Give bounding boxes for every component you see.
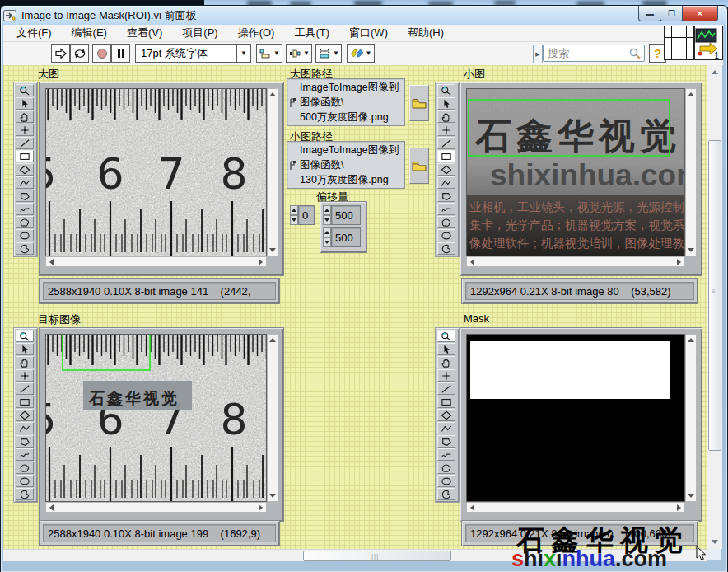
tool-freehand-line-button[interactable] <box>16 203 34 215</box>
distribute-objects-button[interactable]: ▼ <box>286 44 312 63</box>
tool-polygon-button[interactable] <box>437 435 455 448</box>
small-image-vscrollbar[interactable] <box>685 88 697 256</box>
big-path-browse-button[interactable] <box>409 85 429 121</box>
tool-line-button[interactable] <box>16 382 34 395</box>
tool-zoom-button[interactable] <box>437 330 455 342</box>
menu-view[interactable]: 查看(V) <box>127 26 162 40</box>
tool-rotated-rectangle-button[interactable] <box>16 163 34 176</box>
tool-zoom-button[interactable] <box>16 330 34 342</box>
tool-rotated-rectangle-button[interactable] <box>437 163 455 176</box>
tool-oval-button[interactable] <box>437 475 455 487</box>
tool-point-button[interactable] <box>437 369 455 382</box>
maximize-button[interactable]: ❐ <box>660 6 684 21</box>
offset-index-value[interactable]: 0 <box>298 205 315 225</box>
index-spinner[interactable] <box>290 205 298 225</box>
tool-rectangle-button[interactable] <box>16 150 34 162</box>
tool-oval-button[interactable] <box>437 229 455 241</box>
tool-pan-button[interactable] <box>437 356 455 368</box>
menu-tools[interactable]: 工具(T) <box>294 26 329 40</box>
tool-line-button[interactable] <box>437 382 455 395</box>
tool-polyline-button[interactable] <box>437 176 455 189</box>
tool-rotated-rectangle-button[interactable] <box>16 409 34 421</box>
mask-image-hscrollbar[interactable] <box>466 502 685 513</box>
search-input[interactable]: 搜索 <box>543 45 645 62</box>
close-button[interactable]: ✕ <box>682 6 718 21</box>
small-path-browse-button[interactable] <box>409 148 429 184</box>
offset-y-spinner[interactable] <box>323 227 331 247</box>
scroll-down-icon[interactable] <box>688 494 694 498</box>
big-image-hscrollbar[interactable] <box>45 256 267 267</box>
target-image-hscrollbar[interactable] <box>45 502 267 513</box>
small-image-canvas[interactable]: 石鑫华视觉 shixinhua.com 业相机，工业镜头，视觉光源，光源控制 集… <box>466 88 685 256</box>
tool-freehand-line-button[interactable] <box>437 203 455 215</box>
tool-annulus-button[interactable] <box>437 488 455 500</box>
offset-y-control[interactable]: 500 <box>323 227 361 247</box>
scroll-left-icon[interactable] <box>470 259 474 265</box>
tool-zoom-button[interactable] <box>16 84 34 96</box>
tool-polyline-button[interactable] <box>16 176 34 189</box>
scroll-down-icon[interactable] <box>269 494 276 498</box>
pause-button[interactable] <box>111 44 130 63</box>
offset-x-spinner[interactable] <box>323 205 331 225</box>
run-continuous-button[interactable] <box>70 44 89 63</box>
scroll-down-icon[interactable] <box>688 248 694 252</box>
small-image-hscrollbar[interactable] <box>466 256 685 267</box>
scroll-up-icon[interactable] <box>688 92 694 96</box>
tool-rectangle-button[interactable] <box>437 396 455 408</box>
scroll-right-icon[interactable] <box>259 504 263 511</box>
title-bar[interactable]: Image to Image Mask(ROI).vi 前面板 <box>3 7 637 25</box>
menu-window[interactable]: 窗口(W) <box>349 26 388 40</box>
tool-polygon-button[interactable] <box>16 190 34 202</box>
scroll-down-icon[interactable] <box>269 248 276 252</box>
scroll-up-icon[interactable] <box>688 338 694 342</box>
hscroll-thumb[interactable]: ||| <box>303 551 451 561</box>
tool-select-button[interactable] <box>16 97 34 110</box>
connector-pane-icon[interactable] <box>664 26 694 60</box>
tool-freehand-line-button[interactable] <box>16 448 34 461</box>
target-image-canvas[interactable]: 5 6 7 8 石鑫华视觉 <box>45 334 267 502</box>
search-expander[interactable]: ▶ <box>533 45 543 63</box>
tool-point-button[interactable] <box>16 124 34 136</box>
offset-index-control[interactable]: 0 <box>290 205 315 225</box>
scroll-up-icon[interactable] <box>269 338 276 342</box>
tool-pan-button[interactable] <box>437 110 455 123</box>
tool-freehand-region-button[interactable] <box>16 462 34 474</box>
scroll-right-icon[interactable] <box>677 259 681 265</box>
scroll-right-icon[interactable] <box>677 504 681 511</box>
tool-zoom-button[interactable] <box>437 84 455 96</box>
abort-button[interactable] <box>92 44 111 63</box>
tool-rectangle-button[interactable] <box>437 150 455 162</box>
small-path-value[interactable]: ImageToImage图像到图像函数\130万灰度图像.png <box>298 142 404 188</box>
mask-image-canvas[interactable] <box>466 334 685 502</box>
tool-polyline-button[interactable] <box>437 422 455 434</box>
reorder-objects-button[interactable]: ▼ <box>347 44 375 63</box>
tool-polygon-button[interactable] <box>437 190 455 202</box>
tool-oval-button[interactable] <box>16 475 34 487</box>
big-path-control[interactable]: ImageToImage图像到图像函数\500万灰度图像.png <box>287 78 405 126</box>
tool-oval-button[interactable] <box>16 229 34 241</box>
small-path-control[interactable]: ImageToImage图像到图像函数\130万灰度图像.png <box>287 141 405 189</box>
tool-freehand-line-button[interactable] <box>437 448 455 461</box>
scroll-up-icon[interactable] <box>269 92 276 96</box>
run-button[interactable] <box>51 44 70 63</box>
mask-image-vscrollbar[interactable] <box>685 334 697 502</box>
tool-point-button[interactable] <box>16 369 34 382</box>
tool-rectangle-button[interactable] <box>16 396 34 408</box>
scroll-left-icon[interactable] <box>470 504 474 511</box>
menu-operate[interactable]: 操作(O) <box>238 26 275 40</box>
offset-x-value[interactable]: 500 <box>331 205 361 225</box>
search-icon[interactable] <box>628 47 642 60</box>
scroll-left-icon[interactable] <box>49 259 54 265</box>
vi-icon[interactable]: 1 <box>694 26 723 60</box>
align-objects-button[interactable]: ▼ <box>256 44 282 63</box>
tool-pan-button[interactable] <box>16 356 34 368</box>
vscroll-thumb[interactable]: ≡ <box>708 140 721 451</box>
panel-vertical-scrollbar[interactable]: ≡ <box>707 65 722 549</box>
tool-pan-button[interactable] <box>16 110 34 123</box>
tool-annulus-button[interactable] <box>16 488 34 500</box>
tool-polygon-button[interactable] <box>16 435 34 448</box>
minimize-button[interactable]: ▬ <box>638 6 661 21</box>
tool-annulus-button[interactable] <box>16 242 34 255</box>
tool-rotated-rectangle-button[interactable] <box>437 409 455 421</box>
tool-select-button[interactable] <box>16 343 34 355</box>
